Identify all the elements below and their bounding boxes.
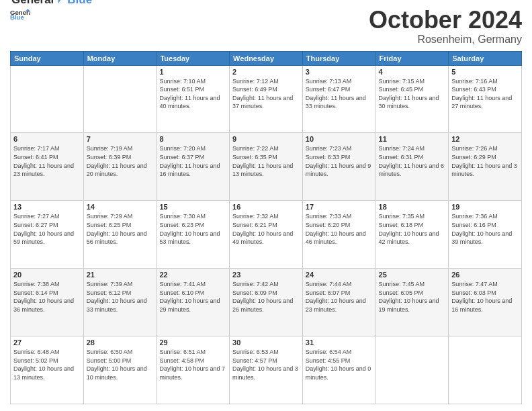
calendar-cell: 13Sunrise: 7:27 AMSunset: 6:27 PMDayligh… [11,201,84,269]
day-number: 29 [159,338,226,347]
logo-bird-icon [54,0,66,6]
day-number: 18 [379,203,446,211]
calendar-cell: 4Sunrise: 7:15 AMSunset: 6:45 PMDaylight… [375,65,449,133]
calendar-cell: 12Sunrise: 7:26 AMSunset: 6:29 PMDayligh… [449,133,522,201]
calendar-cell: 9Sunrise: 7:22 AMSunset: 6:35 PMDaylight… [230,133,303,201]
day-number: 28 [87,338,154,347]
day-number: 1 [159,68,226,76]
day-number: 13 [13,203,81,211]
logo-blue: Blue [67,0,92,7]
day-number: 5 [451,68,519,76]
calendar-cell: 28Sunrise: 6:50 AMSunset: 5:00 PMDayligh… [83,336,157,404]
calendar-cell [449,336,522,404]
calendar-cell: 18Sunrise: 7:35 AMSunset: 6:18 PMDayligh… [375,201,449,269]
day-info: Sunrise: 7:29 AMSunset: 6:25 PMDaylight:… [87,212,154,246]
calendar-cell: 11Sunrise: 7:24 AMSunset: 6:31 PMDayligh… [375,133,449,201]
calendar-week-row: 20Sunrise: 7:38 AMSunset: 6:14 PMDayligh… [11,269,522,336]
day-info: Sunrise: 6:51 AMSunset: 4:58 PMDaylight:… [159,348,226,381]
day-number: 8 [159,135,226,143]
day-number: 17 [306,203,373,211]
day-number: 7 [87,135,154,143]
day-info: Sunrise: 7:41 AMSunset: 6:10 PMDaylight:… [159,280,226,314]
day-info: Sunrise: 6:53 AMSunset: 4:57 PMDaylight:… [232,348,300,381]
month-title: October 2024 [369,7,522,34]
calendar-cell: 17Sunrise: 7:33 AMSunset: 6:20 PMDayligh… [302,201,375,269]
day-info: Sunrise: 7:47 AMSunset: 6:03 PMDaylight:… [451,280,519,314]
header-sunday: Sunday [11,51,84,65]
calendar-cell: 15Sunrise: 7:30 AMSunset: 6:23 PMDayligh… [157,201,230,269]
day-info: Sunrise: 7:13 AMSunset: 6:47 PMDaylight:… [306,77,373,111]
day-number: 22 [159,271,226,279]
calendar-cell: 5Sunrise: 7:16 AMSunset: 6:43 PMDaylight… [449,65,522,133]
title-area: October 2024 Rosenheim, Germany [369,7,522,46]
calendar-cell: 25Sunrise: 7:45 AMSunset: 6:05 PMDayligh… [375,269,449,336]
calendar-cell [83,65,157,133]
day-info: Sunrise: 7:27 AMSunset: 6:27 PMDaylight:… [13,212,81,246]
day-info: Sunrise: 7:23 AMSunset: 6:33 PMDaylight:… [306,144,373,178]
calendar-cell: 3Sunrise: 7:13 AMSunset: 6:47 PMDaylight… [302,65,375,133]
day-number: 25 [379,271,446,279]
calendar-cell: 31Sunrise: 6:54 AMSunset: 4:55 PMDayligh… [302,336,375,404]
header-tuesday: Tuesday [157,51,230,65]
day-number: 16 [232,203,300,211]
day-info: Sunrise: 7:19 AMSunset: 6:39 PMDaylight:… [87,144,154,178]
day-info: Sunrise: 6:50 AMSunset: 5:00 PMDaylight:… [87,348,154,381]
day-info: Sunrise: 7:22 AMSunset: 6:35 PMDaylight:… [232,144,300,178]
calendar-cell: 21Sunrise: 7:39 AMSunset: 6:12 PMDayligh… [83,269,157,336]
header-saturday: Saturday [449,51,522,65]
day-info: Sunrise: 7:26 AMSunset: 6:29 PMDaylight:… [451,144,519,178]
logo-icon: General Blue [10,8,30,20]
calendar-cell: 30Sunrise: 6:53 AMSunset: 4:57 PMDayligh… [230,336,303,404]
day-number: 4 [379,68,446,76]
logo-general: General [11,0,54,7]
page: General Blue General Blue October 2024 R… [0,0,532,411]
calendar-cell: 10Sunrise: 7:23 AMSunset: 6:33 PMDayligh… [302,133,375,201]
calendar-cell: 27Sunrise: 6:48 AMSunset: 5:02 PMDayligh… [11,336,84,404]
day-info: Sunrise: 7:33 AMSunset: 6:20 PMDaylight:… [306,212,373,246]
day-info: Sunrise: 6:54 AMSunset: 4:55 PMDaylight:… [306,348,373,381]
header-friday: Friday [375,51,449,65]
day-info: Sunrise: 7:39 AMSunset: 6:12 PMDaylight:… [87,280,154,314]
calendar-cell: 19Sunrise: 7:36 AMSunset: 6:16 PMDayligh… [449,201,522,269]
calendar-cell [11,65,84,133]
calendar-cell: 24Sunrise: 7:44 AMSunset: 6:07 PMDayligh… [302,269,375,336]
day-number: 6 [13,135,81,143]
calendar-cell: 7Sunrise: 7:19 AMSunset: 6:39 PMDaylight… [83,133,157,201]
day-number: 24 [306,271,373,279]
calendar-cell: 20Sunrise: 7:38 AMSunset: 6:14 PMDayligh… [11,269,84,336]
header-thursday: Thursday [302,51,375,65]
day-number: 14 [87,203,154,211]
calendar-cell: 2Sunrise: 7:12 AMSunset: 6:49 PMDaylight… [230,65,303,133]
day-info: Sunrise: 7:15 AMSunset: 6:45 PMDaylight:… [379,77,446,111]
header-wednesday: Wednesday [230,51,303,65]
calendar-table: Sunday Monday Tuesday Wednesday Thursday… [10,51,522,404]
day-info: Sunrise: 6:48 AMSunset: 5:02 PMDaylight:… [13,348,81,381]
calendar-cell: 29Sunrise: 6:51 AMSunset: 4:58 PMDayligh… [157,336,230,404]
location-subtitle: Rosenheim, Germany [369,34,522,46]
day-info: Sunrise: 7:20 AMSunset: 6:37 PMDaylight:… [159,144,226,178]
calendar-cell: 26Sunrise: 7:47 AMSunset: 6:03 PMDayligh… [449,269,522,336]
calendar-cell [375,336,449,404]
day-number: 2 [232,68,300,76]
day-number: 10 [306,135,373,143]
day-info: Sunrise: 7:38 AMSunset: 6:14 PMDaylight:… [13,280,81,314]
day-number: 9 [232,135,300,143]
day-info: Sunrise: 7:35 AMSunset: 6:18 PMDaylight:… [379,212,446,246]
day-info: Sunrise: 7:44 AMSunset: 6:07 PMDaylight:… [306,280,373,314]
calendar-cell: 14Sunrise: 7:29 AMSunset: 6:25 PMDayligh… [83,201,157,269]
day-info: Sunrise: 7:12 AMSunset: 6:49 PMDaylight:… [232,77,300,111]
calendar-cell: 6Sunrise: 7:17 AMSunset: 6:41 PMDaylight… [11,133,84,201]
header-monday: Monday [83,51,157,65]
svg-text:Blue: Blue [10,13,24,20]
day-info: Sunrise: 7:24 AMSunset: 6:31 PMDaylight:… [379,144,446,178]
day-info: Sunrise: 7:30 AMSunset: 6:23 PMDaylight:… [159,212,226,246]
weekday-header-row: Sunday Monday Tuesday Wednesday Thursday… [11,51,522,65]
day-info: Sunrise: 7:45 AMSunset: 6:05 PMDaylight:… [379,280,446,314]
calendar-week-row: 1Sunrise: 7:10 AMSunset: 6:51 PMDaylight… [11,65,522,133]
day-number: 26 [451,271,519,279]
calendar-cell: 16Sunrise: 7:32 AMSunset: 6:21 PMDayligh… [230,201,303,269]
day-info: Sunrise: 7:36 AMSunset: 6:16 PMDaylight:… [451,212,519,246]
day-number: 3 [306,68,373,76]
day-number: 15 [159,203,226,211]
day-number: 21 [87,271,154,279]
